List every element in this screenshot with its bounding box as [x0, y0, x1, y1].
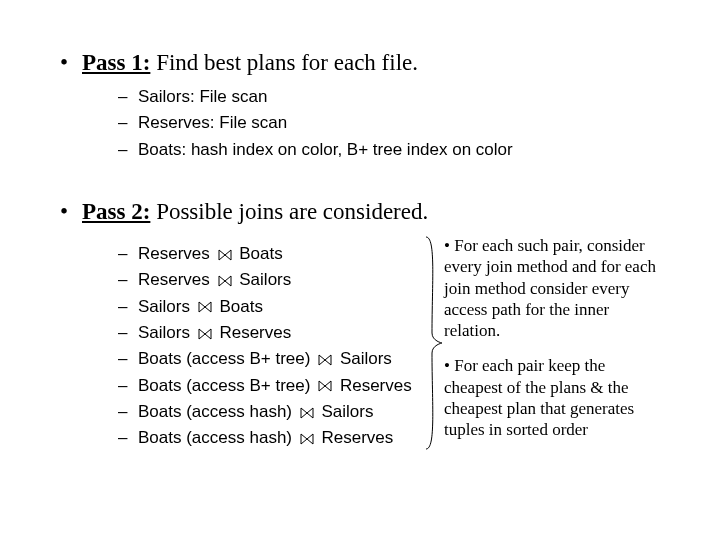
- join-left: Boats (access B+ tree): [138, 376, 310, 395]
- dash-icon: [118, 425, 138, 451]
- brace-column: [420, 233, 444, 453]
- note-2-text: For each pair keep the cheapest of the p…: [444, 356, 634, 439]
- pass2-label-rest: Possible joins are considered.: [150, 199, 428, 224]
- pass1-item-text: Sailors: File scan: [138, 84, 267, 110]
- pass2-sublist: Reserves Boats Reserves Sailors: [118, 241, 420, 452]
- slide: Pass 1: Find best plans for each file. S…: [0, 0, 720, 540]
- dash-icon: [118, 346, 138, 372]
- pass2-heading: Pass 2: Possible joins are considered.: [60, 199, 660, 225]
- dash-icon: [118, 137, 138, 163]
- join-right: Sailors: [239, 270, 291, 289]
- pass1-label-bold: Pass 1:: [82, 50, 150, 75]
- pass2-join-item: Boats (access hash) Reserves: [118, 425, 420, 451]
- dash-icon: [118, 110, 138, 136]
- pass1-item-text: Reserves: File scan: [138, 110, 287, 136]
- dash-icon: [118, 373, 138, 399]
- curly-brace-icon: [420, 233, 444, 453]
- pass1-item-text: Boats: hash index on color, B+ tree inde…: [138, 137, 513, 163]
- bullet-dot-icon: [60, 50, 82, 76]
- bowtie-icon: [315, 380, 335, 392]
- join-left: Boats (access B+ tree): [138, 349, 310, 368]
- bowtie-icon: [297, 433, 317, 445]
- pass2-join-item: Reserves Boats: [118, 241, 420, 267]
- pass2-label-bold: Pass 2:: [82, 199, 150, 224]
- pass1-heading: Pass 1: Find best plans for each file.: [60, 50, 660, 76]
- pass1-item: Reserves: File scan: [118, 110, 660, 136]
- dash-icon: [118, 267, 138, 293]
- dash-icon: [118, 294, 138, 320]
- pass2-row: Reserves Boats Reserves Sailors: [60, 233, 660, 454]
- pass2-join-item: Sailors Boats: [118, 294, 420, 320]
- pass1-item: Sailors: File scan: [118, 84, 660, 110]
- pass2-join-column: Reserves Boats Reserves Sailors: [60, 233, 420, 452]
- notes-column: For each such pair, consider every join …: [444, 233, 660, 454]
- join-left: Sailors: [138, 297, 190, 316]
- join-right: Sailors: [340, 349, 392, 368]
- join-left: Reserves: [138, 270, 210, 289]
- bowtie-icon: [297, 407, 317, 419]
- pass2-heading-text: Pass 2: Possible joins are considered.: [82, 199, 428, 225]
- pass2-join-item: Boats (access B+ tree) Sailors: [118, 346, 420, 372]
- bullet-dot-icon: [444, 356, 454, 375]
- join-expr: Reserves Sailors: [138, 267, 291, 293]
- bowtie-icon: [215, 275, 235, 287]
- pass2-join-item: Boats (access hash) Sailors: [118, 399, 420, 425]
- join-expr: Boats (access hash) Reserves: [138, 425, 393, 451]
- pass2-join-item: Boats (access B+ tree) Reserves: [118, 373, 420, 399]
- note-2: For each pair keep the cheapest of the p…: [444, 355, 660, 440]
- join-left: Reserves: [138, 244, 210, 263]
- note-1: For each such pair, consider every join …: [444, 235, 660, 341]
- dash-icon: [118, 320, 138, 346]
- pass2-join-item: Reserves Sailors: [118, 267, 420, 293]
- pass1-sublist: Sailors: File scan Reserves: File scan B…: [118, 84, 660, 163]
- join-right: Boats: [219, 297, 262, 316]
- bowtie-icon: [195, 301, 215, 313]
- join-left: Boats (access hash): [138, 428, 292, 447]
- join-left: Boats (access hash): [138, 402, 292, 421]
- join-expr: Boats (access B+ tree) Sailors: [138, 346, 392, 372]
- note-1-text: For each such pair, consider every join …: [444, 236, 656, 340]
- bullet-dot-icon: [60, 199, 82, 225]
- join-right: Reserves: [340, 376, 412, 395]
- bowtie-icon: [215, 249, 235, 261]
- bowtie-icon: [315, 354, 335, 366]
- join-expr: Boats (access B+ tree) Reserves: [138, 373, 412, 399]
- join-right: Boats: [239, 244, 282, 263]
- join-expr: Boats (access hash) Sailors: [138, 399, 373, 425]
- join-expr: Reserves Boats: [138, 241, 283, 267]
- dash-icon: [118, 84, 138, 110]
- pass1-heading-text: Pass 1: Find best plans for each file.: [82, 50, 418, 76]
- pass2-join-item: Sailors Reserves: [118, 320, 420, 346]
- join-right: Reserves: [321, 428, 393, 447]
- join-expr: Sailors Boats: [138, 294, 263, 320]
- dash-icon: [118, 241, 138, 267]
- bowtie-icon: [195, 328, 215, 340]
- pass1-item: Boats: hash index on color, B+ tree inde…: [118, 137, 660, 163]
- join-right: Sailors: [321, 402, 373, 421]
- join-right: Reserves: [219, 323, 291, 342]
- dash-icon: [118, 399, 138, 425]
- bullet-dot-icon: [444, 236, 454, 255]
- join-left: Sailors: [138, 323, 190, 342]
- pass1-label-rest: Find best plans for each file.: [150, 50, 418, 75]
- join-expr: Sailors Reserves: [138, 320, 291, 346]
